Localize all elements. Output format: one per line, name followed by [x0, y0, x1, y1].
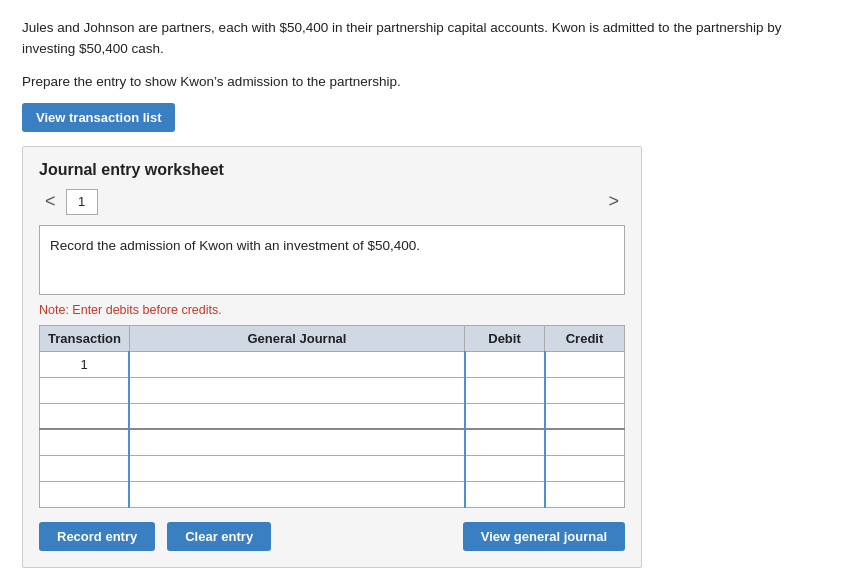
button-row: Record entry Clear entry View general jo…	[39, 522, 625, 551]
view-transaction-button[interactable]: View transaction list	[22, 103, 175, 132]
table-cell-trans-5	[40, 481, 130, 507]
table-cell-trans-2	[40, 403, 130, 429]
description-box: Record the admission of Kwon with an inv…	[39, 225, 625, 295]
nav-row: < 1 >	[39, 189, 625, 215]
header-debit: Debit	[465, 325, 545, 351]
table-cell-credit-1[interactable]	[545, 377, 625, 403]
worksheet-container: Journal entry worksheet < 1 > Record the…	[22, 146, 642, 568]
table-cell-gj-1[interactable]	[129, 377, 464, 403]
table-cell-debit-5[interactable]	[465, 481, 545, 507]
table-cell-gj-4[interactable]	[129, 455, 464, 481]
nav-number-box: 1	[66, 189, 98, 215]
table-cell-credit-0[interactable]	[545, 351, 625, 377]
table-cell-trans-0: 1	[40, 351, 130, 377]
table-cell-debit-2[interactable]	[465, 403, 545, 429]
header-credit: Credit	[545, 325, 625, 351]
table-cell-trans-3	[40, 429, 130, 455]
table-cell-debit-4[interactable]	[465, 455, 545, 481]
table-cell-gj-0[interactable]	[129, 351, 464, 377]
table-cell-credit-3[interactable]	[545, 429, 625, 455]
table-cell-debit-0[interactable]	[465, 351, 545, 377]
table-cell-debit-1[interactable]	[465, 377, 545, 403]
table-cell-trans-1	[40, 377, 130, 403]
header-general-journal: General Journal	[129, 325, 464, 351]
table-cell-credit-4[interactable]	[545, 455, 625, 481]
intro-line1: Jules and Johnson are partners, each wit…	[22, 18, 834, 60]
next-arrow[interactable]: >	[602, 189, 625, 214]
table-cell-gj-5[interactable]	[129, 481, 464, 507]
table-cell-credit-2[interactable]	[545, 403, 625, 429]
clear-entry-button[interactable]: Clear entry	[167, 522, 271, 551]
note-text: Note: Enter debits before credits.	[39, 303, 625, 317]
worksheet-title: Journal entry worksheet	[39, 161, 625, 179]
view-general-journal-button[interactable]: View general journal	[463, 522, 625, 551]
table-cell-trans-4	[40, 455, 130, 481]
journal-table: Transaction General Journal Debit Credit…	[39, 325, 625, 508]
prepare-text: Prepare the entry to show Kwon’s admissi…	[22, 74, 834, 89]
table-cell-gj-3[interactable]	[129, 429, 464, 455]
table-cell-credit-5[interactable]	[545, 481, 625, 507]
table-cell-gj-2[interactable]	[129, 403, 464, 429]
record-entry-button[interactable]: Record entry	[39, 522, 155, 551]
table-cell-debit-3[interactable]	[465, 429, 545, 455]
header-transaction: Transaction	[40, 325, 130, 351]
prev-arrow[interactable]: <	[39, 189, 62, 214]
